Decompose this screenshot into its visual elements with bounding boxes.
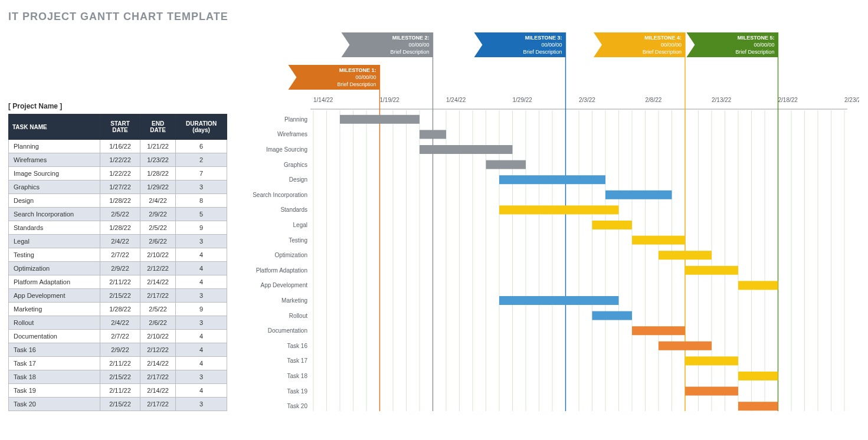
task-name-cell: Image Sourcing bbox=[9, 167, 100, 180]
start-cell: 1/28/22 bbox=[100, 221, 140, 235]
end-cell: 2/10/22 bbox=[140, 330, 175, 343]
svg-text:Task 17: Task 17 bbox=[287, 357, 308, 364]
svg-text:Brief Description: Brief Description bbox=[523, 49, 562, 55]
svg-text:Legal: Legal bbox=[293, 222, 307, 228]
duration-cell: 3 bbox=[176, 180, 227, 194]
svg-rect-116 bbox=[738, 372, 778, 380]
table-row: Task 202/15/222/17/223 bbox=[9, 398, 227, 411]
svg-text:1/29/22: 1/29/22 bbox=[513, 97, 533, 103]
svg-text:Design: Design bbox=[289, 176, 307, 183]
svg-text:Image Sourcing: Image Sourcing bbox=[266, 146, 307, 153]
task-name-cell: Task 18 bbox=[9, 370, 100, 384]
start-cell: 1/28/22 bbox=[100, 194, 140, 208]
svg-text:MILESTONE 3:: MILESTONE 3: bbox=[525, 35, 562, 41]
svg-rect-108 bbox=[592, 311, 633, 320]
svg-rect-82 bbox=[340, 115, 420, 124]
end-cell: 2/14/22 bbox=[140, 275, 175, 289]
duration-cell: 3 bbox=[176, 398, 227, 411]
table-row: Graphics1/27/221/29/223 bbox=[9, 180, 227, 194]
duration-cell: 7 bbox=[176, 167, 227, 180]
svg-text:Task 20: Task 20 bbox=[287, 403, 308, 409]
task-name-cell: Task 16 bbox=[9, 343, 100, 357]
end-cell: 2/17/22 bbox=[140, 398, 175, 411]
duration-cell: 4 bbox=[176, 343, 227, 357]
duration-cell: 6 bbox=[176, 140, 227, 153]
svg-text:Brief Description: Brief Description bbox=[735, 49, 774, 55]
table-row: Wireframes1/22/221/23/222 bbox=[9, 153, 227, 167]
task-name-cell: Task 17 bbox=[9, 357, 100, 370]
end-cell: 1/23/22 bbox=[140, 153, 175, 167]
task-name-cell: Design bbox=[9, 194, 100, 208]
task-name-cell: Search Incorporation bbox=[9, 208, 100, 221]
table-row: Image Sourcing1/22/221/28/227 bbox=[9, 167, 227, 180]
duration-cell: 4 bbox=[176, 357, 227, 370]
svg-rect-110 bbox=[632, 326, 685, 335]
svg-text:Task 19: Task 19 bbox=[287, 388, 308, 395]
svg-text:2/8/22: 2/8/22 bbox=[646, 97, 662, 103]
svg-rect-104 bbox=[738, 281, 778, 290]
svg-text:App Development: App Development bbox=[261, 282, 308, 288]
table-row: Legal2/4/222/6/223 bbox=[9, 235, 227, 248]
svg-rect-100 bbox=[659, 251, 712, 260]
svg-text:Brief Description: Brief Description bbox=[390, 49, 429, 55]
task-name-cell: Rollout bbox=[9, 316, 100, 330]
svg-rect-96 bbox=[592, 221, 633, 229]
start-cell: 2/11/22 bbox=[100, 384, 140, 398]
svg-text:Task 16: Task 16 bbox=[287, 343, 308, 349]
page-title: IT PROJECT GANTT CHART TEMPLATE bbox=[0, 0, 868, 25]
start-cell: 2/9/22 bbox=[100, 343, 140, 357]
col-start: START DATE bbox=[100, 114, 140, 140]
start-cell: 2/11/22 bbox=[100, 275, 140, 289]
end-cell: 2/14/22 bbox=[140, 357, 175, 370]
svg-text:Standards: Standards bbox=[280, 206, 307, 213]
svg-text:MILESTONE 1:: MILESTONE 1: bbox=[339, 67, 376, 73]
task-name-cell: Planning bbox=[9, 140, 100, 153]
svg-text:MILESTONE 2:: MILESTONE 2: bbox=[392, 35, 430, 41]
svg-text:MILESTONE 5:: MILESTONE 5: bbox=[738, 35, 775, 41]
svg-rect-88 bbox=[486, 160, 526, 169]
table-row: Search Incorporation2/5/222/9/225 bbox=[9, 208, 227, 221]
task-name-cell: Legal bbox=[9, 235, 100, 248]
start-cell: 2/4/22 bbox=[100, 316, 140, 330]
svg-text:00/00/00: 00/00/00 bbox=[355, 74, 376, 80]
end-cell: 2/17/22 bbox=[140, 370, 175, 384]
svg-text:Task 18: Task 18 bbox=[287, 373, 308, 379]
svg-rect-114 bbox=[685, 356, 738, 365]
svg-text:1/19/22: 1/19/22 bbox=[380, 97, 400, 103]
svg-text:2/3/22: 2/3/22 bbox=[579, 97, 595, 103]
table-row: Standards1/28/222/5/229 bbox=[9, 221, 227, 235]
gantt-chart: 1/14/221/19/221/24/221/29/222/3/222/8/22… bbox=[234, 27, 859, 411]
start-cell: 1/27/22 bbox=[100, 180, 140, 194]
start-cell: 2/9/22 bbox=[100, 262, 140, 275]
svg-text:Platform Adaptation: Platform Adaptation bbox=[256, 267, 307, 274]
end-cell: 1/29/22 bbox=[140, 180, 175, 194]
svg-rect-98 bbox=[632, 236, 685, 245]
col-task: TASK NAME bbox=[9, 114, 100, 140]
svg-rect-94 bbox=[499, 205, 619, 214]
start-cell: 1/22/22 bbox=[100, 153, 140, 167]
duration-cell: 3 bbox=[176, 370, 227, 384]
end-cell: 2/6/22 bbox=[140, 316, 175, 330]
svg-text:MILESTONE 4:: MILESTONE 4: bbox=[644, 35, 682, 41]
svg-rect-92 bbox=[605, 191, 672, 199]
svg-text:00/00/00: 00/00/00 bbox=[541, 42, 562, 48]
task-table: TASK NAME START DATE END DATE DURATION (… bbox=[8, 114, 227, 411]
table-row: Planning1/16/221/21/226 bbox=[9, 140, 227, 153]
col-duration: DURATION (days) bbox=[176, 114, 227, 140]
svg-text:2/13/22: 2/13/22 bbox=[712, 97, 732, 103]
table-row: Testing2/7/222/10/224 bbox=[9, 248, 227, 262]
duration-cell: 5 bbox=[176, 208, 227, 221]
svg-text:Testing: Testing bbox=[289, 237, 307, 244]
end-cell: 2/6/22 bbox=[140, 235, 175, 248]
start-cell: 1/28/22 bbox=[100, 303, 140, 316]
svg-rect-118 bbox=[685, 387, 738, 396]
start-cell: 2/15/22 bbox=[100, 289, 140, 303]
end-cell: 2/10/22 bbox=[140, 248, 175, 262]
svg-rect-90 bbox=[499, 175, 605, 184]
task-table-body: Planning1/16/221/21/226Wireframes1/22/22… bbox=[9, 140, 227, 411]
col-end: END DATE bbox=[140, 114, 175, 140]
svg-rect-106 bbox=[499, 296, 619, 305]
end-cell: 2/17/22 bbox=[140, 289, 175, 303]
duration-cell: 4 bbox=[176, 262, 227, 275]
svg-rect-102 bbox=[685, 266, 738, 275]
